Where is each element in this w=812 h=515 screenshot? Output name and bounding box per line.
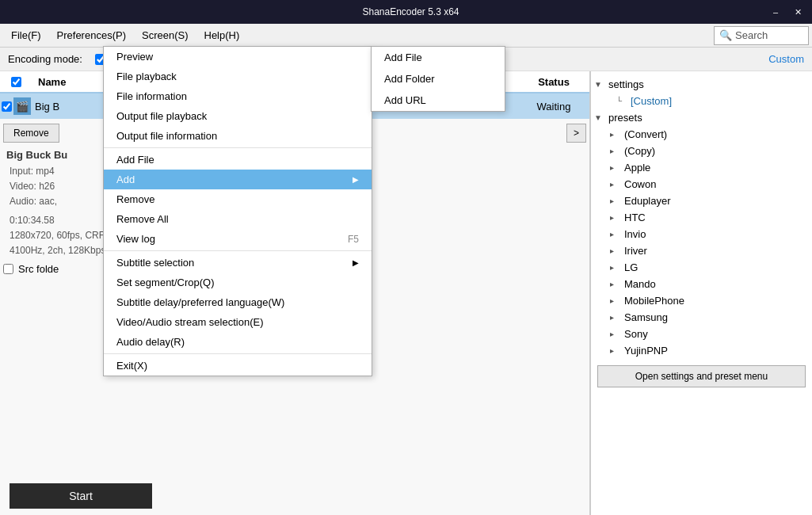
minimize-button[interactable]: – bbox=[768, 4, 783, 20]
samsung-label: Samsung bbox=[621, 310, 671, 325]
select-all-checkbox[interactable] bbox=[11, 77, 21, 87]
sub-add-file[interactable]: Add File bbox=[372, 47, 505, 68]
ctx-output-file-information[interactable]: Output file information bbox=[104, 126, 372, 146]
tree-invio[interactable]: ▸ Invio bbox=[594, 226, 809, 242]
ctx-add-label: Add bbox=[116, 174, 135, 185]
remove-button[interactable]: Remove bbox=[3, 124, 59, 143]
ctx-separator-3 bbox=[104, 353, 372, 354]
ctx-remove-label: Remove bbox=[116, 193, 154, 205]
htc-label: HTC bbox=[621, 210, 649, 225]
tree-htc[interactable]: ▸ HTC bbox=[594, 209, 809, 226]
ctx-view-log-label: View log bbox=[116, 233, 155, 245]
mando-arrow-icon: ▸ bbox=[610, 280, 621, 288]
ctx-file-information[interactable]: File information bbox=[104, 86, 372, 106]
tree-copy[interactable]: ▸ (Copy) bbox=[594, 143, 809, 159]
tree-iriver[interactable]: ▸ Iriver bbox=[594, 242, 809, 259]
tree-panel: ▼ settings └ [Custom] ▼ presets ▸ (Conve… bbox=[590, 71, 812, 515]
ctx-video-audio-stream[interactable]: Video/Audio stream selection(E) bbox=[104, 312, 372, 332]
cowon-label: Cowon bbox=[621, 177, 659, 192]
custom-link[interactable]: Custom bbox=[768, 53, 804, 65]
search-icon: 🔍 bbox=[719, 29, 732, 41]
settings-label: settings bbox=[605, 77, 647, 92]
ctx-separator-2 bbox=[104, 250, 372, 251]
presets-label: presets bbox=[605, 110, 646, 125]
invio-label: Invio bbox=[621, 227, 649, 242]
ctx-file-playback[interactable]: File playback bbox=[104, 67, 372, 86]
ctx-subtitle-selection[interactable]: Subtitle selection ▶ bbox=[104, 253, 372, 273]
settings-arrow-icon: ▼ bbox=[594, 80, 605, 89]
row-status: Waiting bbox=[518, 101, 589, 113]
menu-preferences[interactable]: Preferences(P) bbox=[49, 26, 134, 44]
ctx-exit[interactable]: Exit(X) bbox=[104, 356, 372, 376]
tree-lg[interactable]: ▸ LG bbox=[594, 259, 809, 276]
ctx-add-file-top[interactable]: Add File bbox=[104, 150, 372, 170]
apple-arrow-icon: ▸ bbox=[610, 163, 621, 172]
presets-arrow-icon: ▼ bbox=[594, 113, 605, 122]
ctx-subtitle-delay-label: Subtitle delay/preferred language(W) bbox=[116, 296, 284, 308]
ctx-remove[interactable]: Remove bbox=[104, 189, 372, 209]
ctx-set-segment[interactable]: Set segment/Crop(Q) bbox=[104, 273, 372, 292]
ctx-subtitle-arrow-icon: ▶ bbox=[353, 258, 359, 267]
tree-presets[interactable]: ▼ presets bbox=[594, 109, 809, 126]
tree-eduplayer[interactable]: ▸ Eduplayer bbox=[594, 193, 809, 209]
lg-label: LG bbox=[621, 260, 641, 275]
tree-settings[interactable]: ▼ settings bbox=[594, 76, 809, 93]
row-check-col: 🎬 bbox=[0, 97, 32, 115]
ctx-subtitle-delay[interactable]: Subtitle delay/preferred language(W) bbox=[104, 292, 372, 312]
tree-samsung[interactable]: ▸ Samsung bbox=[594, 309, 809, 326]
ctx-output-file-playback[interactable]: Output file playback bbox=[104, 106, 372, 126]
ctx-video-audio-stream-label: Video/Audio stream selection(E) bbox=[116, 316, 263, 328]
tree-cowon[interactable]: ▸ Cowon bbox=[594, 176, 809, 193]
tree-mobilephone[interactable]: ▸ MobilePhone bbox=[594, 292, 809, 309]
tree-custom[interactable]: └ [Custom] bbox=[594, 93, 809, 109]
row-checkbox[interactable] bbox=[2, 101, 12, 112]
tree-sony[interactable]: ▸ Sony bbox=[594, 326, 809, 342]
invio-arrow-icon: ▸ bbox=[610, 230, 621, 238]
sub-add-url-label: Add URL bbox=[384, 94, 426, 106]
open-settings-button[interactable]: Open settings and preset menu bbox=[597, 365, 806, 387]
bottom-bar: Start bbox=[3, 480, 586, 512]
iriver-arrow-icon: ▸ bbox=[610, 246, 621, 255]
nav-right-button[interactable]: > bbox=[566, 124, 586, 143]
header-status: Status bbox=[518, 76, 589, 88]
header-check-col bbox=[0, 77, 32, 87]
sony-arrow-icon: ▸ bbox=[610, 330, 621, 338]
submenu: Add File Add Folder Add URL bbox=[371, 46, 505, 112]
mando-label: Mando bbox=[621, 277, 659, 292]
mobilephone-arrow-icon: ▸ bbox=[610, 296, 621, 305]
menu-file[interactable]: File(F) bbox=[3, 26, 49, 44]
apple-label: Apple bbox=[621, 160, 654, 175]
sub-add-folder[interactable]: Add Folder bbox=[372, 68, 505, 90]
mobilephone-label: MobilePhone bbox=[621, 293, 688, 308]
start-button[interactable]: Start bbox=[10, 483, 152, 509]
menu-bar: File(F) Preferences(P) Screen(S) Help(H)… bbox=[0, 24, 812, 48]
menu-screen[interactable]: Screen(S) bbox=[134, 26, 196, 44]
search-box[interactable]: 🔍 Search bbox=[714, 26, 809, 45]
ctx-output-file-information-label: Output file information bbox=[116, 130, 217, 142]
lg-arrow-icon: ▸ bbox=[610, 263, 621, 272]
htc-arrow-icon: ▸ bbox=[610, 213, 621, 222]
ctx-audio-delay[interactable]: Audio delay(R) bbox=[104, 332, 372, 352]
sub-add-file-label: Add File bbox=[384, 52, 422, 63]
close-button[interactable]: ✕ bbox=[790, 4, 806, 20]
ctx-view-log[interactable]: View log F5 bbox=[104, 229, 372, 249]
ctx-preview[interactable]: Preview bbox=[104, 47, 372, 67]
src-folder-checkbox[interactable] bbox=[3, 264, 13, 274]
eduplayer-label: Eduplayer bbox=[621, 193, 674, 208]
menu-help[interactable]: Help(H) bbox=[196, 26, 248, 44]
ctx-remove-all[interactable]: Remove All bbox=[104, 209, 372, 229]
src-folder-label: Src folde bbox=[18, 263, 59, 275]
sub-add-url[interactable]: Add URL bbox=[372, 90, 505, 111]
samsung-arrow-icon: ▸ bbox=[610, 313, 621, 322]
convert-label: (Convert) bbox=[621, 127, 670, 142]
tree-convert[interactable]: ▸ (Convert) bbox=[594, 126, 809, 143]
tree-apple[interactable]: ▸ Apple bbox=[594, 159, 809, 176]
ctx-add[interactable]: Add ▶ bbox=[104, 170, 372, 189]
tree-mando[interactable]: ▸ Mando bbox=[594, 276, 809, 292]
ctx-file-playback-label: File playback bbox=[116, 71, 177, 82]
ctx-audio-delay-label: Audio delay(R) bbox=[116, 336, 185, 348]
iriver-label: Iriver bbox=[621, 243, 650, 258]
ctx-add-file-top-label: Add File bbox=[116, 154, 154, 166]
sony-label: Sony bbox=[621, 326, 651, 341]
tree-yujinpnp[interactable]: ▸ YujinPNP bbox=[594, 342, 809, 359]
